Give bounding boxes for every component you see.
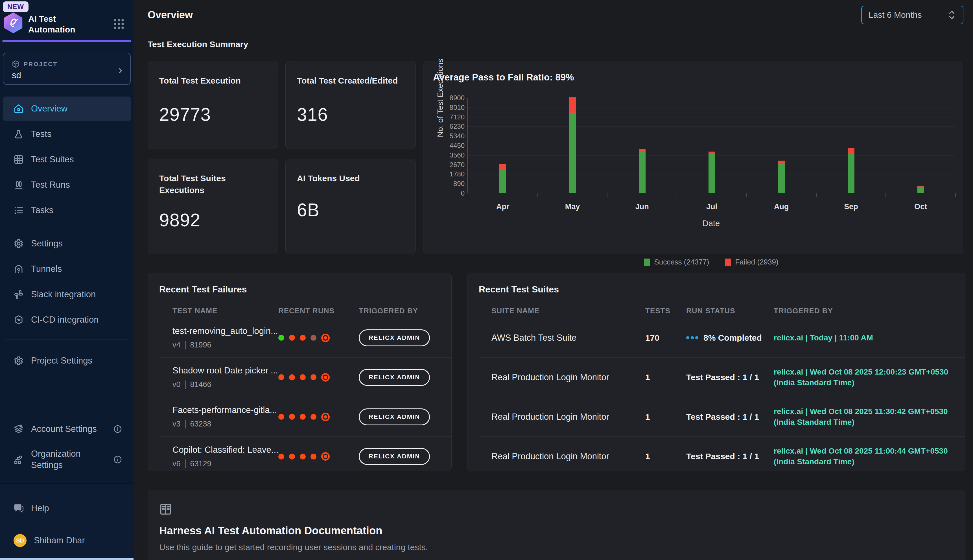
sidebar-item-label: Settings <box>31 238 63 249</box>
user-menu[interactable]: SD Shibam Dhar <box>3 528 131 553</box>
table-row[interactable]: AWS Batch Test Suite 170 8% Completed re… <box>479 318 965 358</box>
stat-card-ai-tokens: AI Tokens Used 6B <box>285 158 416 254</box>
sidebar-item-label: Test Runs <box>31 180 70 190</box>
sidebar-item-slack-integration[interactable]: Slack integration <box>3 282 131 307</box>
triggered-by-link[interactable]: relicx.ai | Wed Oct 08 2025 12:00:23 GMT… <box>774 367 965 388</box>
sidebar-item-label: CI-CD integration <box>31 315 98 325</box>
sidebar-item-test-suites[interactable]: Test Suites <box>3 147 131 172</box>
sidebar-item-overview[interactable]: Overview <box>3 97 131 121</box>
table-row[interactable]: Real Production Login Monitor 1 Test Pas… <box>479 358 965 397</box>
suite-tests-count: 170 <box>645 333 686 343</box>
y-tick-label: 4450 <box>433 142 465 150</box>
hexagon-link-icon <box>13 315 24 325</box>
current-run-dot <box>321 333 330 342</box>
bar-sep <box>848 148 855 193</box>
sidebar-item-label: Project Settings <box>31 356 92 366</box>
x-axis-tick <box>676 193 677 197</box>
suite-tests-count: 1 <box>645 412 686 422</box>
sidebar-item-label: Tunnels <box>31 264 62 274</box>
table-row[interactable]: Facets-performance-gitla... v363238 RELI… <box>159 397 452 437</box>
sidebar-item-help[interactable]: ? Help <box>3 496 131 520</box>
sidebar-item-settings[interactable]: Settings <box>3 232 131 256</box>
y-tick-label: 8010 <box>433 103 465 112</box>
test-id: 81996 <box>190 341 212 350</box>
suite-name: AWS Batch Test Suite <box>491 333 645 343</box>
x-axis-tick <box>955 193 956 197</box>
x-axis-tick <box>885 193 886 197</box>
x-tick-label: Sep <box>844 202 858 211</box>
home-icon <box>13 103 24 114</box>
gridline <box>468 127 955 127</box>
run-status-text: Test Passed : 1 / 1 <box>686 373 759 382</box>
stat-label: AI Tokens Used <box>297 172 404 184</box>
table-row[interactable]: test-removing_auto_login... v481996 RELI… <box>159 318 452 358</box>
triggered-by-link[interactable]: relicx.ai | Today | 11:00 AM <box>774 332 965 343</box>
x-axis-tick <box>816 193 816 197</box>
triggered-by-button[interactable]: RELICX ADMIN <box>359 408 430 425</box>
trigger-line: relicx.ai | Wed Oct 08 2025 11:30:42 GMT… <box>774 406 965 417</box>
trigger-line: relicx.ai | Today | 11:00 AM <box>774 332 965 343</box>
chart-legend: Success (24377) Failed (2939) <box>467 258 955 267</box>
sidebar-item-project-settings[interactable]: Project Settings <box>3 348 131 373</box>
stat-label: Total Test Execution <box>159 75 267 87</box>
triggered-by-button[interactable]: RELICX ADMIN <box>359 369 430 386</box>
sidebar-item-tunnels[interactable]: Tunnels <box>3 257 131 281</box>
run-status: Test Passed : 1 / 1 <box>686 412 774 422</box>
x-axis-tick <box>607 193 608 197</box>
org-chart-gear-icon <box>13 455 24 465</box>
run-dot-red <box>300 414 306 420</box>
sidebar-item-label: Account Settings <box>31 424 97 434</box>
table-row[interactable]: Real Production Login Monitor 1 Test Pas… <box>479 397 965 437</box>
bar-segment-success <box>708 153 715 193</box>
y-tick-label: 5340 <box>433 132 465 140</box>
sidebar-item-account-settings[interactable]: Account Settings <box>3 417 131 441</box>
chart-plot: 0890178026703560445053406230712080108900… <box>467 98 955 193</box>
bar-segment-success <box>848 154 855 193</box>
info-icon[interactable] <box>113 425 122 433</box>
run-status-text: Test Passed : 1 / 1 <box>686 452 759 461</box>
trigger-line: relicx.ai | Wed Oct 08 2025 12:00:23 GMT… <box>774 367 965 377</box>
chart-area: 0890178026703560445053406230712080108900… <box>467 98 955 193</box>
sidebar-item-organization-settings[interactable]: Organization Settings <box>3 444 131 475</box>
chart-x-axis-label: Date <box>467 219 955 228</box>
run-dot-red <box>278 374 284 380</box>
test-name: test-removing_auto_login... <box>172 326 278 336</box>
recent-test-suites-card: Recent Test Suites SUITE NAME TESTS RUN … <box>467 273 965 471</box>
app-launcher-icon[interactable] <box>112 18 125 30</box>
run-status: Test Passed : 1 / 1 <box>686 373 774 382</box>
column-header: TRIGGERED BY <box>774 307 965 315</box>
sidebar-divider <box>5 340 128 340</box>
list-icon <box>13 205 24 215</box>
sidebar-divider <box>5 407 128 407</box>
suite-name: Real Production Login Monitor <box>491 412 645 422</box>
project-label: PROJECT <box>24 61 58 67</box>
run-status: Test Passed : 1 / 1 <box>686 452 774 461</box>
legend-swatch-failed <box>725 258 731 266</box>
sidebar: NEW AI Test Automation PROJECT sd › <box>0 0 133 560</box>
run-dot-red <box>289 335 295 341</box>
column-header: TRIGGERED BY <box>359 307 452 315</box>
sidebar-item-label: Tests <box>31 129 52 139</box>
project-selector[interactable]: PROJECT sd › <box>3 53 131 85</box>
table-row[interactable]: Shadow root Date picker ... v081466 RELI… <box>159 358 452 397</box>
docs-subtitle: Use this guide to get started recording … <box>159 542 954 552</box>
info-icon[interactable] <box>113 455 122 464</box>
column-header: RECENT RUNS <box>278 307 359 315</box>
sidebar-item-tasks[interactable]: Tasks <box>3 198 131 222</box>
triggered-by-link[interactable]: relicx.ai | Wed Oct 08 2025 11:30:42 GMT… <box>774 406 965 428</box>
date-range-select[interactable]: Last 6 Months <box>861 6 963 24</box>
triggered-by-link[interactable]: relicx.ai | Wed Oct 08 2025 11:00:44 GMT… <box>774 446 965 467</box>
triggered-by-button[interactable]: RELICX ADMIN <box>359 448 430 465</box>
trigger-line: relicx.ai | Wed Oct 08 2025 11:00:44 GMT… <box>774 446 965 457</box>
recent-run-dots <box>278 413 359 421</box>
table-row[interactable]: Copilot: Classified: Leave... v663129 RE… <box>159 437 452 471</box>
sidebar-item-test-runs[interactable]: Test Runs <box>3 173 131 197</box>
triggered-by-button[interactable]: RELICX ADMIN <box>359 329 430 346</box>
table-row[interactable]: Real Production Login Monitor 1 Test Pas… <box>479 437 965 471</box>
run-dot-brown <box>310 335 317 341</box>
run-dot-green <box>278 335 284 341</box>
sidebar-item-tests[interactable]: Tests <box>3 122 131 146</box>
sidebar-item-cicd-integration[interactable]: CI-CD integration <box>3 308 131 332</box>
legend-item-success: Success (24377) <box>644 258 709 267</box>
column-header: RUN STATUS <box>686 307 774 315</box>
